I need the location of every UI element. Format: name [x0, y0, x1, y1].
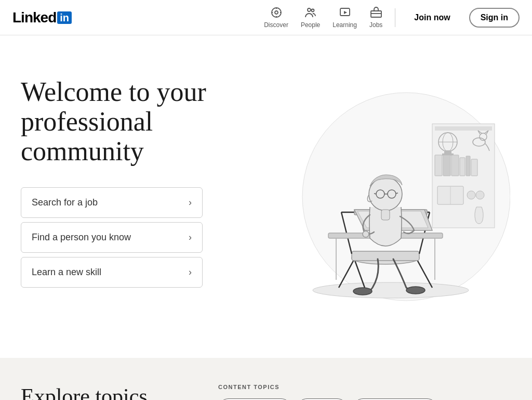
svg-marker-9 [344, 11, 347, 14]
svg-point-45 [353, 288, 372, 295]
hero-svg [240, 72, 510, 321]
nav-discover-label: Discover [264, 21, 288, 29]
illustration-container [240, 72, 510, 321]
svg-point-47 [363, 231, 369, 237]
svg-rect-54 [381, 210, 390, 220]
svg-rect-27 [471, 159, 477, 176]
navbar-left: Linked in [12, 9, 72, 26]
hero-left: Welcome to your professional community S… [21, 67, 239, 288]
cta-find-person-label: Find a person you know [32, 232, 131, 243]
signin-button[interactable]: Sign in [469, 8, 520, 28]
hero-title: Welcome to your professional community [21, 77, 239, 166]
cta-search-job[interactable]: Search for a job › [21, 187, 203, 218]
svg-point-30 [467, 191, 475, 199]
navbar: Linked in Discover People Learning [0, 0, 532, 35]
svg-rect-23 [443, 155, 450, 176]
svg-point-7 [311, 9, 314, 12]
topics-area: CONTENT TOPICS See All Topics Remote Wor… [218, 384, 511, 400]
logo[interactable]: Linked in [12, 9, 72, 26]
svg-rect-37 [352, 251, 419, 261]
svg-point-32 [313, 282, 469, 298]
chevron-right-icon: › [189, 267, 192, 278]
cta-search-job-label: Search for a job [32, 197, 98, 208]
svg-rect-25 [460, 158, 465, 176]
svg-rect-22 [435, 155, 442, 176]
navbar-right: Discover People Learning Jobs Join now S… [264, 6, 520, 29]
cta-find-person[interactable]: Find a person you know › [21, 222, 203, 253]
explore-left: Explore topics you are interested in [21, 384, 177, 400]
discover-icon [270, 6, 283, 20]
svg-point-46 [406, 287, 425, 294]
svg-rect-14 [435, 126, 492, 131]
people-icon [304, 6, 317, 20]
cta-learn-skill-label: Learn a new skill [32, 267, 101, 278]
cta-list: Search for a job › Find a person you kno… [21, 187, 239, 288]
nav-jobs[interactable]: Jobs [369, 6, 382, 29]
chevron-right-icon: › [189, 232, 192, 243]
svg-rect-10 [371, 11, 381, 17]
explore-title: Explore topics you are interested in [21, 384, 177, 400]
chevron-right-icon: › [189, 197, 192, 208]
svg-line-51 [374, 193, 376, 194]
hero-illustration [239, 67, 511, 327]
svg-point-6 [308, 8, 311, 11]
svg-rect-26 [466, 156, 470, 176]
nav-learning-label: Learning [332, 21, 357, 29]
svg-point-1 [275, 11, 278, 14]
jobs-icon [370, 6, 382, 20]
svg-line-53 [396, 193, 398, 193]
nav-jobs-label: Jobs [369, 21, 382, 29]
nav-people-label: People [301, 21, 320, 29]
nav-divider [395, 8, 395, 27]
nav-learning[interactable]: Learning [332, 6, 357, 29]
logo-box: in [57, 11, 72, 24]
svg-point-0 [272, 8, 281, 17]
svg-rect-18 [444, 150, 451, 153]
logo-text-part1: Linked [12, 9, 56, 26]
join-button[interactable]: Join now [408, 10, 456, 25]
nav-discover[interactable]: Discover [264, 6, 288, 29]
hero-section: Welcome to your professional community S… [0, 35, 532, 358]
topics-label: CONTENT TOPICS [218, 384, 511, 390]
cta-learn-skill[interactable]: Learn a new skill › [21, 257, 203, 288]
learning-icon [339, 6, 351, 20]
svg-rect-24 [451, 155, 459, 176]
bottom-section: Explore topics you are interested in CON… [0, 358, 532, 400]
nav-people[interactable]: People [301, 6, 320, 29]
svg-point-31 [476, 191, 484, 199]
